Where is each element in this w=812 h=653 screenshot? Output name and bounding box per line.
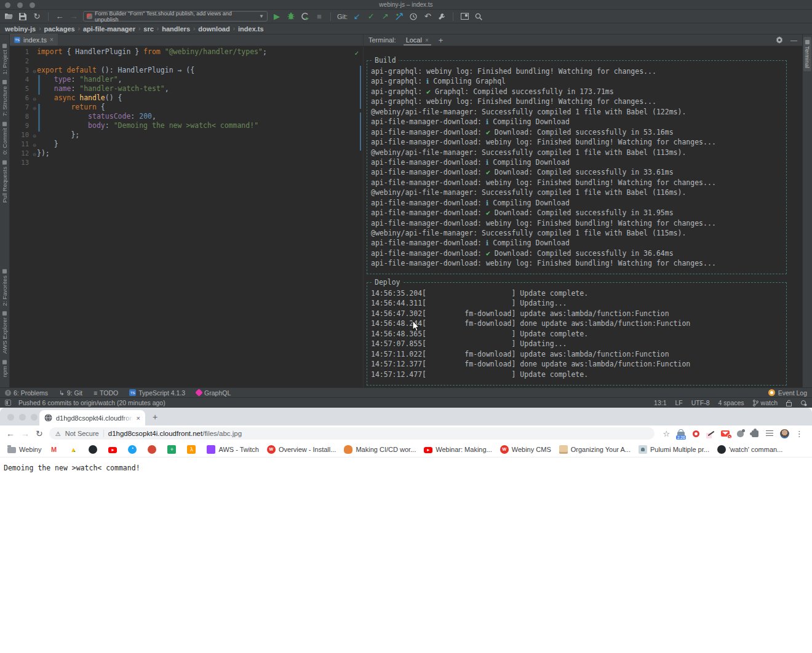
todo-button[interactable]: ≡ TODO xyxy=(94,389,118,397)
bookmark-item[interactable] xyxy=(89,445,100,454)
tool-window-toggle-icon[interactable] xyxy=(5,400,11,406)
git-update-button[interactable]: ↙ xyxy=(352,12,362,22)
price-tracker-extension-icon[interactable]: 2.26 xyxy=(677,429,686,438)
bookmark-item[interactable]: AWS - Twitch xyxy=(207,445,258,454)
back-icon[interactable]: ← xyxy=(55,12,65,22)
search-everywhere-icon[interactable] xyxy=(474,12,484,22)
highlighting-level-icon[interactable] xyxy=(800,400,807,406)
code-line[interactable]: 5 name: "handler-watch-test", xyxy=(10,84,363,93)
git-push-button[interactable]: ↗ xyxy=(380,12,390,22)
bookmark-item[interactable] xyxy=(187,445,199,454)
minimize-panel-icon[interactable]: — xyxy=(790,36,797,44)
close-tab-icon[interactable]: × xyxy=(137,414,140,422)
coverage-button[interactable] xyxy=(300,12,310,22)
caret-position[interactable]: 13:1 xyxy=(654,399,666,406)
editor-tab[interactable]: index.ts × xyxy=(10,34,58,46)
bookmark-item[interactable]: Webiny CMS xyxy=(500,445,551,454)
sync-icon[interactable]: ↻ xyxy=(32,12,42,22)
tool-stripe-button[interactable]: npm xyxy=(1,360,8,377)
reload-icon[interactable]: ↻ xyxy=(36,429,43,438)
extension-icon[interactable] xyxy=(736,429,745,438)
save-all-icon[interactable] xyxy=(18,12,28,22)
tool-stripe-button[interactable]: 7: Structure xyxy=(1,80,8,116)
history-button[interactable] xyxy=(408,12,418,22)
code-line[interactable]: 8 statusCode: 200, xyxy=(10,112,363,121)
mail-extension-icon[interactable]: 5 xyxy=(721,429,730,438)
code-line[interactable]: 12⊖ }); xyxy=(10,149,363,158)
settings-wrench-icon[interactable] xyxy=(437,12,447,22)
bookmark-item[interactable]: Webiny xyxy=(7,446,41,453)
bookmark-item[interactable]: Overview - Install... xyxy=(267,445,336,454)
status-message[interactable]: Pushed 6 commits to origin/watch (20 min… xyxy=(18,399,165,406)
graphql-button[interactable]: GraphQL xyxy=(196,389,231,397)
bookmark-item[interactable]: Making CI/CD wor... xyxy=(344,445,416,454)
tool-stripe-button[interactable]: Pull Requests xyxy=(1,160,8,203)
event-log-button[interactable]: Event Log xyxy=(778,389,807,397)
code-line[interactable]: 1 import { HandlerPlugin } from "@webiny… xyxy=(10,47,363,57)
code-line[interactable]: 11⊖ } xyxy=(10,140,363,149)
tool-stripe-button[interactable]: AWS Explorer xyxy=(1,311,8,354)
git-branch-widget[interactable]: watch xyxy=(753,399,778,406)
breadcrumb-item[interactable]: handlers xyxy=(162,25,190,33)
back-icon[interactable]: ← xyxy=(6,429,15,438)
bookmark-item[interactable]: 'watch' comman... xyxy=(717,445,782,454)
indent-indicator[interactable]: 4 spaces xyxy=(718,399,744,406)
code-line[interactable]: 10⊖ }; xyxy=(10,130,363,140)
bookmark-item[interactable]: Pulumi Multiple pr... xyxy=(639,445,709,454)
tool-window-layout-icon[interactable] xyxy=(460,12,469,22)
code-line[interactable]: 3⊖ export default (): HandlerPlugin ⇒ ({ xyxy=(10,66,363,75)
breadcrumb-item[interactable]: index.ts xyxy=(238,25,264,33)
bookmark-item[interactable] xyxy=(69,445,81,454)
security-label[interactable]: Not Secure xyxy=(65,430,99,437)
rollback-button[interactable]: ↶ xyxy=(423,12,432,22)
tool-stripe-button[interactable]: 2: Favorites xyxy=(1,269,8,306)
breadcrumb-item[interactable]: api-file-manager xyxy=(83,25,135,33)
breadcrumb-item[interactable]: download xyxy=(198,25,229,33)
line-ending-indicator[interactable]: LF xyxy=(675,399,683,406)
bookmark-item[interactable] xyxy=(167,445,179,454)
breadcrumb-item[interactable]: packages xyxy=(44,25,74,33)
code-line[interactable]: 9 body: "Demoing the new >watch< command… xyxy=(10,121,363,130)
run-config-selector[interactable]: Form Builder "Form" Test.should publish,… xyxy=(83,11,268,22)
open-folder-icon[interactable] xyxy=(4,12,14,22)
bookmark-star-icon[interactable]: ☆ xyxy=(662,429,671,438)
address-bar[interactable]: ⚠ Not Secure d1hgd8csopkt4i.cloudfront.n… xyxy=(49,427,655,440)
new-tab-button[interactable]: + xyxy=(153,412,157,422)
ide-traffic-lights[interactable] xyxy=(5,2,35,8)
readonly-lock-icon[interactable] xyxy=(786,400,792,406)
git-toolwindow-button[interactable]: ↳ 9: Git xyxy=(59,389,82,397)
bookmark-item[interactable]: Organizing Your A... xyxy=(559,445,631,454)
bookmark-item[interactable] xyxy=(128,445,140,454)
tool-stripe-button-terminal[interactable]: Terminal xyxy=(803,37,811,71)
code-line[interactable]: 7⊖ return { xyxy=(10,103,363,112)
playlist-extension-icon[interactable] xyxy=(765,429,774,438)
problems-button[interactable]: ! 6: Problems xyxy=(5,389,48,397)
encoding-indicator[interactable]: UTF-8 xyxy=(691,399,710,406)
tool-stripe-button[interactable]: 0: Commit xyxy=(1,122,8,154)
bookmark-item[interactable] xyxy=(49,445,61,454)
eyedropper-extension-icon[interactable] xyxy=(706,429,715,438)
bookmark-item[interactable] xyxy=(148,445,159,454)
code-line[interactable]: 2 xyxy=(10,57,363,66)
git-merge-icon[interactable] xyxy=(394,12,404,22)
typescript-button[interactable]: TS TypeScript 4.1.3 xyxy=(129,389,185,397)
browser-tab[interactable]: d1hgd8csopkt4i.cloudfront.ne × xyxy=(39,410,145,425)
git-commit-button[interactable]: ✓ xyxy=(366,12,376,22)
code-line[interactable]: 13 xyxy=(10,158,363,167)
code-line[interactable]: 6⊖ async handle() { xyxy=(10,93,363,103)
code-line[interactable]: 4 type: "handler", xyxy=(10,75,363,84)
terminal-settings-gear-icon[interactable] xyxy=(776,36,783,44)
tool-stripe-button[interactable]: 1: Project xyxy=(1,44,8,74)
browser-traffic-lights[interactable] xyxy=(7,414,38,421)
new-terminal-icon[interactable]: + xyxy=(439,36,444,45)
extensions-puzzle-icon[interactable] xyxy=(750,429,760,438)
profile-avatar[interactable] xyxy=(780,429,789,438)
bookmark-item[interactable]: Webinar: Making... xyxy=(424,446,492,453)
run-button[interactable]: ▶ xyxy=(272,12,282,22)
close-tab-icon[interactable]: × xyxy=(50,36,54,43)
terminal-tab-local[interactable]: Local × xyxy=(402,34,432,46)
close-tab-icon[interactable]: × xyxy=(425,37,429,44)
bookmark-item[interactable] xyxy=(108,446,120,453)
adblock-extension-icon[interactable] xyxy=(691,429,701,438)
breadcrumb-item[interactable]: webiny-js xyxy=(5,25,36,33)
